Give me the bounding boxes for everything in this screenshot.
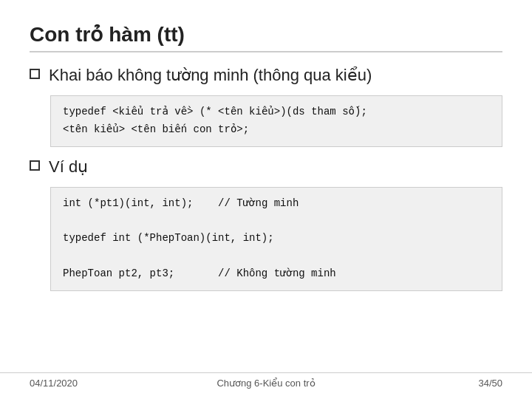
- bullet-item-2: Ví dụ: [30, 157, 502, 177]
- footer-chapter: Chương 6-Kiểu con trỏ: [216, 378, 315, 389]
- bullet-label-1: Khai báo không tường minh (thông qua kiể…: [49, 66, 372, 85]
- bullet-item-1: Khai báo không tường minh (thông qua kiể…: [30, 66, 502, 85]
- code-line-2-blank: [63, 212, 490, 230]
- footer-page: 34/50: [478, 378, 502, 389]
- code-line-2-blank2: [63, 248, 490, 265]
- slide: Con trỏ hàm (tt) Khai báo không tường mi…: [0, 0, 532, 399]
- code-block-2: int (*pt1)(int, int); // Tường minh type…: [50, 187, 502, 291]
- code-block-1: typedef <kiểu trả về> (* <tên kiểu>)(ds …: [50, 95, 502, 147]
- code-line-2-2: typedef int (*PhepToan)(int, int);: [63, 230, 490, 248]
- bullet-label-2: Ví dụ: [49, 157, 88, 177]
- code-line-2-3: PhepToan pt2, pt3; // Không tường minh: [63, 265, 490, 283]
- code-line-1-2: <tên kiểu> <tên biến con trỏ>;: [63, 121, 490, 139]
- footer-date: 04/11/2020: [30, 378, 78, 389]
- slide-title: Con trỏ hàm (tt): [30, 22, 502, 52]
- code-line-2-1: int (*pt1)(int, int); // Tường minh: [63, 195, 490, 213]
- bullet-square-2: [30, 160, 40, 171]
- footer-center: Chương 6-Kiểu con trỏ: [216, 378, 315, 389]
- bullet-square-1: [30, 69, 40, 79]
- code-line-1-1: typedef <kiểu trả về> (* <tên kiểu>)(ds …: [63, 103, 490, 121]
